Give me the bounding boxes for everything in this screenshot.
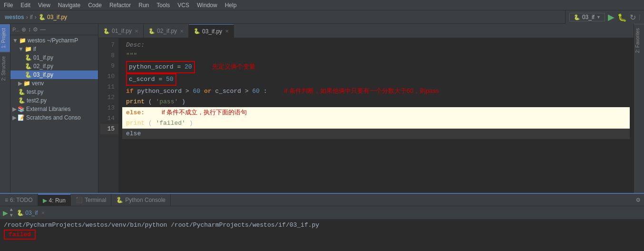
run-panel: ▶ ▲ ▼ 🐍 03_if ✕ /root/PycharmProjects/we…: [0, 206, 644, 251]
panel-btn-minus[interactable]: —: [40, 26, 46, 33]
code-line-15: else: [122, 129, 630, 139]
file-tree: ▼ 📁 westos ~/PycharmP ▼ 📁 if 🐍 01_if.py …: [10, 35, 98, 193]
bottom-tab-terminal[interactable]: ⬛ Terminal: [71, 194, 111, 206]
code-line-8: """: [122, 50, 630, 61]
code-line-13: else: if 条件不成立，执行下面的语句: [122, 107, 630, 118]
tree-item-03[interactable]: 🐍 03_if.py: [10, 70, 98, 79]
tab-label-02: 02_if.py: [157, 28, 177, 34]
tab-label-03: 03_if.py: [202, 28, 222, 35]
menu-help[interactable]: Help: [225, 2, 237, 9]
code-editor: 7 8 9 10 11 12 13 14 15 Desc: """: [98, 38, 634, 193]
bottom-panel: ≡ 6: TODO ▶ 4: Run ⬛ Terminal 🐍 Python C…: [0, 193, 644, 251]
menu-vcs[interactable]: VCS: [177, 2, 189, 9]
run-toolbar: ▶ ▲ ▼ 🐍 03_if ✕: [0, 206, 644, 220]
menu-view[interactable]: View: [38, 2, 50, 9]
run-icon: ▶: [43, 197, 47, 204]
run-result: failed: [4, 230, 640, 240]
tab-icon-03: 🐍: [194, 28, 200, 34]
run-config-label: 03_if: [582, 14, 595, 20]
toolbar-sep: |: [639, 14, 640, 20]
tree-item-venv[interactable]: ▶ 📁 venv: [10, 79, 98, 88]
tab-close-03[interactable]: ✕: [225, 29, 229, 34]
line-numbers: 7 8 9 10 11 12 13 14 15: [98, 38, 118, 193]
side-tabs: 1: Project 2: Structure: [0, 24, 10, 193]
right-side-tabs: 2: Favorites: [634, 24, 644, 193]
panel-btn-p[interactable]: P...: [12, 27, 20, 32]
top-right-toolbar: 🐍 03_if ▼ ▶ 🐛 ↻ |: [565, 10, 644, 24]
panel-btn-gear[interactable]: ⚙: [33, 26, 38, 33]
run-config-selector[interactable]: 🐍 03_if ▼: [569, 13, 605, 21]
tab-close-01[interactable]: ✕: [135, 29, 138, 34]
bottom-tab-python-console[interactable]: 🐍 Python Console: [111, 194, 171, 206]
menu-navigate[interactable]: Navigate: [58, 2, 80, 9]
menu-refactor[interactable]: Refactor: [109, 2, 131, 9]
project-panel: P... ⊕ ↕ ⚙ — ▼ 📁 westos ~/PycharmP ▼ 📁 i…: [10, 24, 98, 193]
structure-tab[interactable]: 2: Structure: [0, 52, 10, 85]
breadcrumb-file[interactable]: 🐍 03_if.py: [39, 14, 67, 20]
breadcrumb-folder[interactable]: if: [30, 14, 33, 20]
code-line-7: Desc:: [122, 40, 630, 50]
code-line-12: print ( 'pass' ): [122, 97, 630, 107]
reload-button[interactable]: ↻: [630, 13, 636, 22]
bottom-tab-run[interactable]: ▶ 4: Run: [38, 194, 71, 206]
tab-label-01: 01_if.py: [112, 28, 132, 34]
debug-button[interactable]: 🐛: [617, 13, 627, 22]
panel-toolbar: P... ⊕ ↕ ⚙ —: [10, 24, 98, 35]
menubar: File Edit View Navigate Code Refactor Ru…: [0, 0, 644, 10]
bottom-tabbar: ≡ 6: TODO ▶ 4: Run ⬛ Terminal 🐍 Python C…: [0, 194, 644, 206]
run-output-area: /root/PycharmProjects/westos/venv/bin/py…: [0, 220, 644, 251]
todo-icon: ≡: [5, 197, 8, 203]
bottom-tab-todo[interactable]: ≡ 6: TODO: [0, 194, 38, 206]
titlebar: westos › if › 🐍 03_if.py 🐍 03_if ▼ ▶ 🐛 ↻…: [0, 10, 644, 24]
python-console-label: Python Console: [125, 197, 166, 203]
breadcrumb-sep2: ›: [35, 14, 37, 20]
run-command: /root/PycharmProjects/westos/venv/bin/py…: [4, 221, 640, 229]
tab-close-02[interactable]: ✕: [180, 29, 184, 34]
tree-item-scratches[interactable]: ▶ 📝 Scratches and Conso: [10, 113, 98, 122]
menu-window[interactable]: Window: [197, 2, 217, 9]
menu-file[interactable]: File: [4, 2, 13, 9]
main-layout: 1: Project 2: Structure P... ⊕ ↕ ⚙ — ▼ 📁…: [0, 24, 644, 193]
code-line-11: if python_scord > 60 or c_scord > 60 : i…: [122, 86, 630, 97]
tab-icon-02: 🐍: [148, 28, 155, 34]
menu-code[interactable]: Code: [88, 2, 102, 9]
tree-item-02[interactable]: 🐍 02_if.py: [10, 62, 98, 70]
tree-item-if[interactable]: ▼ 📁 if: [10, 45, 98, 53]
gear-icon[interactable]: ⚙: [636, 196, 640, 204]
failed-box: failed: [4, 230, 36, 240]
tab-bar: 🐍 01_if.py ✕ 🐍 02_if.py ✕ 🐍 03_if.py ✕: [98, 24, 634, 38]
panel-btn-sort[interactable]: ↕: [28, 26, 31, 33]
scroll-down-btn[interactable]: ▼: [10, 213, 13, 218]
run-button[interactable]: ▶: [608, 12, 615, 22]
code-line-10: c_scord = 50: [122, 73, 630, 86]
menu-edit[interactable]: Edit: [20, 2, 30, 9]
python-console-icon: 🐍: [116, 197, 123, 203]
menu-tools[interactable]: Tools: [156, 2, 170, 9]
tab-01[interactable]: 🐍 01_if.py ✕: [98, 24, 144, 38]
run-tab-close[interactable]: ✕: [41, 210, 45, 216]
tree-item-test[interactable]: 🐍 test.py: [10, 88, 98, 96]
tree-item-westos[interactable]: ▼ 📁 westos ~/PycharmP: [10, 36, 98, 45]
favorites-tab[interactable]: 2: Favorites: [634, 24, 644, 57]
menu-run[interactable]: Run: [138, 2, 149, 9]
scroll-up-btn[interactable]: ▲: [10, 207, 13, 212]
tree-item-test2[interactable]: 🐍 test2.py: [10, 96, 98, 105]
breadcrumb-project[interactable]: westos: [5, 14, 24, 20]
run-tab-label: 4: Run: [49, 197, 66, 204]
tab-icon-01: 🐍: [103, 28, 110, 34]
breadcrumb-sep1: ›: [26, 14, 28, 20]
editor-area: 🐍 01_if.py ✕ 🐍 02_if.py ✕ 🐍 03_if.py ✕ 7…: [98, 24, 634, 193]
terminal-label: Terminal: [85, 197, 106, 203]
run-play-btn[interactable]: ▶: [3, 208, 8, 218]
tab-03[interactable]: 🐍 03_if.py ✕: [189, 24, 234, 38]
tab-02[interactable]: 🐍 02_if.py ✕: [144, 24, 189, 38]
terminal-icon: ⬛: [76, 197, 83, 203]
project-tab[interactable]: 1: Project: [0, 24, 10, 52]
panel-btn-add[interactable]: ⊕: [21, 26, 26, 33]
todo-label: 6: TODO: [10, 197, 33, 203]
code-line-9: python_scord = 20 先定义俩个变量: [122, 61, 630, 73]
code-content[interactable]: Desc: """ python_scord = 20 先定义俩个变量: [118, 38, 634, 193]
tree-item-ext-libs[interactable]: ▶ 📚 External Libraries: [10, 105, 98, 113]
tree-item-01[interactable]: 🐍 01_if.py: [10, 53, 98, 62]
run-config-icon: 🐍: [574, 14, 580, 20]
